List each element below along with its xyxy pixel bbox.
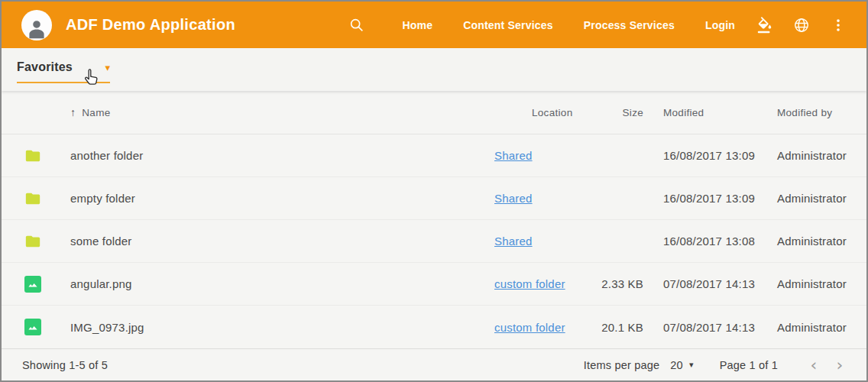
image-file-icon (24, 319, 41, 335)
nav-home[interactable]: Home (402, 13, 432, 37)
location-cell: custom folder (494, 277, 590, 290)
location-cell: Shared (494, 149, 590, 162)
favorites-dropdown[interactable]: Favorites ▾ (17, 60, 110, 83)
file-type-icon-cell (24, 319, 70, 335)
column-header-location[interactable]: Location (494, 107, 590, 118)
items-per-page-caret-icon: ▾ (689, 360, 694, 370)
location-link[interactable]: Shared (494, 192, 533, 205)
file-name[interactable]: some folder (70, 235, 494, 248)
app-title: ADF Demo Application (66, 16, 235, 34)
table-row[interactable]: some folder Shared 16/08/2017 13:08 Admi… (2, 220, 866, 263)
nav-content-services[interactable]: Content Services (463, 13, 553, 37)
file-name[interactable]: angular.png (70, 277, 494, 290)
app-logo-avatar (21, 10, 52, 40)
nav-process-services[interactable]: Process Services (584, 13, 675, 37)
modified-date: 16/08/2017 13:09 (643, 192, 777, 205)
showing-range-label: Showing 1-5 of 5 (22, 359, 108, 371)
folder-icon (24, 190, 41, 207)
column-header-size[interactable]: Size (590, 107, 643, 118)
pagination-footer: Showing 1-5 of 5 Items per page 20 ▾ Pag… (2, 348, 866, 380)
items-per-page-label: Items per page (584, 359, 660, 371)
document-list: ↑ Name Location Size Modified Modified b… (2, 91, 866, 348)
header-icon-group (755, 15, 848, 35)
page-title: Favorites (17, 60, 73, 74)
previous-page-button[interactable]: ‹ (804, 357, 824, 374)
file-type-icon-cell (24, 233, 70, 250)
location-link[interactable]: custom folder (494, 277, 565, 290)
table-row[interactable]: IMG_0973.jpg custom folder 20.1 KB 07/08… (2, 306, 866, 348)
location-link[interactable]: Shared (494, 235, 533, 248)
person-icon (24, 16, 50, 40)
modified-date: 07/08/2017 14:13 (643, 277, 777, 290)
modified-by: Administrator (777, 149, 847, 162)
column-header-name[interactable]: ↑ Name (70, 106, 494, 118)
column-header-modified-by[interactable]: Modified by (777, 107, 847, 118)
location-link[interactable]: Shared (494, 149, 533, 162)
file-size: 2.33 KB (590, 277, 643, 290)
items-per-page-select[interactable]: 20 ▾ (670, 359, 693, 371)
modified-date: 07/08/2017 14:13 (643, 321, 777, 334)
table-row[interactable]: angular.png custom folder 2.33 KB 07/08/… (2, 263, 866, 306)
table-body: another folder Shared 16/08/2017 13:09 A… (2, 134, 866, 348)
table-header-row: ↑ Name Location Size Modified Modified b… (2, 91, 866, 134)
file-type-icon-cell (24, 147, 70, 164)
image-file-icon (24, 276, 41, 293)
items-per-page-value: 20 (670, 359, 683, 371)
page-status-label: Page 1 of 1 (720, 359, 778, 371)
file-type-icon-cell (24, 190, 70, 207)
table-row[interactable]: another folder Shared 16/08/2017 13:09 A… (2, 134, 866, 177)
file-type-icon-cell (24, 276, 70, 293)
top-navigation: Home Content Services Process Services L… (347, 13, 848, 37)
column-header-modified[interactable]: Modified (643, 107, 777, 118)
dropdown-caret-icon: ▾ (105, 63, 110, 73)
pagination-controls: Items per page 20 ▾ Page 1 of 1 ‹ › (584, 357, 850, 374)
language-globe-icon[interactable] (792, 15, 811, 35)
modified-date: 16/08/2017 13:09 (643, 149, 777, 162)
location-cell: Shared (494, 235, 590, 248)
search-icon[interactable] (347, 15, 367, 35)
theme-color-fill-icon[interactable] (755, 15, 775, 35)
file-name[interactable]: empty folder (70, 192, 494, 205)
more-vert-menu-icon[interactable] (828, 15, 848, 35)
app-header: ADF Demo Application Home Content Servic… (2, 2, 866, 48)
next-page-button[interactable]: › (830, 357, 850, 374)
modified-by: Administrator (777, 277, 847, 290)
file-size: 20.1 KB (590, 321, 643, 334)
location-link[interactable]: custom folder (494, 321, 565, 334)
file-name[interactable]: IMG_0973.jpg (70, 321, 494, 334)
nav-login[interactable]: Login (705, 13, 735, 37)
app-window: ADF Demo Application Home Content Servic… (0, 0, 868, 382)
view-toolbar: Favorites ▾ (2, 48, 866, 91)
file-name[interactable]: another folder (70, 149, 494, 162)
location-cell: Shared (494, 192, 590, 205)
sort-ascending-icon: ↑ (70, 106, 76, 118)
folder-icon (24, 147, 41, 164)
modified-by: Administrator (777, 321, 847, 334)
modified-by: Administrator (777, 192, 847, 205)
folder-icon (24, 233, 41, 250)
modified-date: 16/08/2017 13:08 (643, 235, 777, 248)
modified-by: Administrator (777, 235, 847, 248)
table-row[interactable]: empty folder Shared 16/08/2017 13:09 Adm… (2, 177, 866, 220)
location-cell: custom folder (494, 321, 590, 334)
